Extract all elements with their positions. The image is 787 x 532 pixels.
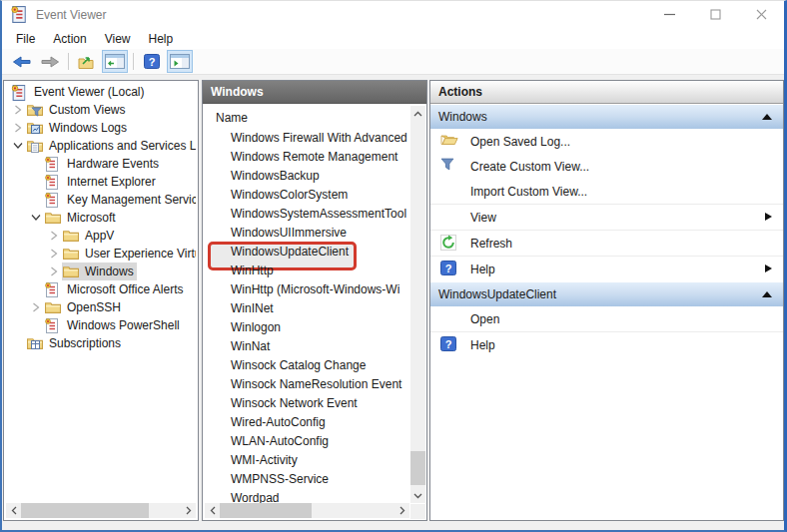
list-item[interactable]: WMI-Activity (204, 451, 409, 470)
tree-item-windows-logs[interactable]: Windows Logs (6, 119, 196, 137)
console-tree: Event Viewer (Local) Custom Views Window… (6, 83, 196, 502)
scrollbar-corner (410, 504, 425, 519)
window-controls (646, 1, 784, 28)
scroll-left-icon[interactable] (6, 503, 21, 518)
list-item[interactable]: Windows Firewall With Advanced (204, 129, 409, 148)
list-item[interactable]: WMPNSS-Service (204, 470, 409, 489)
event-log-icon (45, 317, 62, 333)
filter-icon (440, 158, 458, 175)
list-item[interactable]: Wired-AutoConfig (204, 413, 409, 432)
show-action-pane-button[interactable] (167, 50, 193, 73)
export-log-button[interactable] (74, 50, 100, 73)
list-item-windowsupdateclient[interactable]: WindowsUpdateClient (204, 243, 409, 262)
action-open[interactable]: Open (430, 306, 783, 332)
column-header-name[interactable]: Name (204, 106, 409, 129)
maximize-button[interactable] (692, 1, 738, 28)
tree-item-applications-services-logs[interactable]: Applications and Services Lo (6, 137, 196, 155)
list-item[interactable]: Winlogon (204, 318, 409, 337)
action-create-custom-view[interactable]: Create Custom View... (430, 154, 783, 179)
refresh-icon (440, 235, 458, 252)
window-title: Event Viewer (36, 8, 106, 22)
help-button[interactable] (139, 50, 165, 73)
tree-item-windows[interactable]: Windows (6, 263, 196, 280)
scrollbar-thumb[interactable] (220, 503, 312, 518)
submenu-arrow-icon (765, 213, 772, 221)
list-item[interactable]: WindowsColorSystem (204, 186, 409, 205)
tree-item-internet-explorer[interactable]: Internet Explorer (6, 173, 196, 191)
scroll-up-icon[interactable] (410, 106, 425, 121)
action-refresh[interactable]: Refresh (430, 231, 783, 257)
minimize-button[interactable] (646, 1, 692, 28)
log-list: Name Windows Firewall With Advanced Wind… (204, 106, 409, 503)
action-open-saved-log[interactable]: Open Saved Log... (430, 129, 783, 154)
list-item[interactable]: Winsock NameResolution Event (204, 375, 409, 394)
show-console-tree-button[interactable] (102, 50, 128, 73)
tree-item-user-experience-virtualization[interactable]: User Experience Virtu (6, 245, 196, 263)
scrollbar-thumb[interactable] (21, 503, 149, 518)
scroll-right-icon[interactable] (394, 503, 409, 518)
list-item[interactable]: WLAN-AutoConfig (204, 432, 409, 451)
chevron-right-icon[interactable] (10, 102, 26, 118)
open-folder-icon (440, 133, 458, 150)
tree-item-key-management-service[interactable]: Key Management Service (6, 191, 196, 209)
toolbar-separator (68, 53, 69, 70)
chevron-right-icon[interactable] (46, 246, 62, 262)
action-help[interactable]: Help (430, 257, 783, 281)
close-button[interactable] (738, 1, 784, 28)
scroll-down-icon[interactable] (410, 488, 425, 503)
action-view[interactable]: View (430, 205, 783, 231)
chevron-down-icon[interactable] (10, 138, 26, 154)
action-import-custom-view[interactable]: Import Custom View... (430, 179, 783, 205)
tree-item-custom-views[interactable]: Custom Views (6, 101, 196, 119)
tree-item-openssh[interactable]: OpenSSH (6, 298, 196, 316)
subscriptions-icon (27, 335, 44, 351)
list-item[interactable]: WindowsUIImmersive (204, 224, 409, 243)
list-item[interactable]: Windows Remote Management (204, 148, 409, 167)
scroll-right-icon[interactable] (181, 503, 196, 518)
actions-group-windowsupdateclient[interactable]: WindowsUpdateClient (430, 281, 783, 306)
tree-item-subscriptions[interactable]: Subscriptions (6, 334, 196, 352)
collapse-up-icon[interactable] (762, 291, 772, 297)
list-item[interactable]: WindowsSystemAssessmentTool (204, 205, 409, 224)
event-log-icon (45, 174, 62, 190)
forward-button[interactable] (37, 50, 63, 73)
submenu-arrow-icon (765, 265, 772, 272)
collapse-up-icon[interactable] (762, 114, 772, 120)
scrollbar-thumb[interactable] (410, 451, 425, 485)
tree-item-microsoft-office-alerts[interactable]: Microsoft Office Alerts (6, 280, 196, 298)
list-item[interactable]: WinNat (204, 337, 409, 356)
menu-view[interactable]: View (96, 30, 140, 48)
list-horizontal-scrollbar[interactable] (205, 503, 409, 518)
menu-file[interactable]: File (7, 30, 44, 48)
tree-item-hardware-events[interactable]: Hardware Events (6, 155, 196, 173)
menu-help[interactable]: Help (140, 30, 183, 48)
chevron-right-icon[interactable] (28, 299, 44, 315)
chevron-right-icon[interactable] (46, 264, 62, 279)
tree-item-appv[interactable]: AppV (6, 227, 196, 245)
scroll-left-icon[interactable] (205, 503, 220, 518)
list-item[interactable]: Winsock Catalog Change (204, 356, 409, 375)
chevron-down-icon[interactable] (28, 210, 44, 226)
tree-item-windows-powershell[interactable]: Windows PowerShell (6, 316, 196, 334)
action-help-windowsupdateclient[interactable]: Help (430, 332, 783, 357)
folder-icon (63, 246, 80, 262)
tree-item-event-viewer-local[interactable]: Event Viewer (Local) (6, 83, 196, 101)
list-item[interactable]: Wordpad (204, 489, 409, 503)
list-item[interactable]: WinHttp (204, 262, 409, 280)
list-item[interactable]: WinINet (204, 299, 409, 318)
back-button[interactable] (9, 50, 35, 73)
actions-group-windows[interactable]: Windows (430, 104, 783, 129)
list-item[interactable]: WindowsBackup (204, 167, 409, 186)
list-item[interactable]: Winsock Network Event (204, 394, 409, 413)
chevron-right-icon[interactable] (10, 120, 26, 136)
chevron-right-icon[interactable] (46, 228, 62, 244)
list-item[interactable]: WinHttp (Microsoft-Windows-Wi (204, 280, 409, 299)
list-vertical-scrollbar[interactable] (410, 106, 425, 503)
folder-logs-icon (27, 120, 44, 136)
tree-horizontal-scrollbar[interactable] (6, 503, 196, 518)
tree-item-microsoft[interactable]: Microsoft (6, 209, 196, 227)
menu-action[interactable]: Action (44, 30, 95, 48)
toolbar-separator (133, 53, 134, 70)
console-tree-panel: Event Viewer (Local) Custom Views Window… (3, 80, 199, 521)
event-log-icon (45, 281, 62, 297)
